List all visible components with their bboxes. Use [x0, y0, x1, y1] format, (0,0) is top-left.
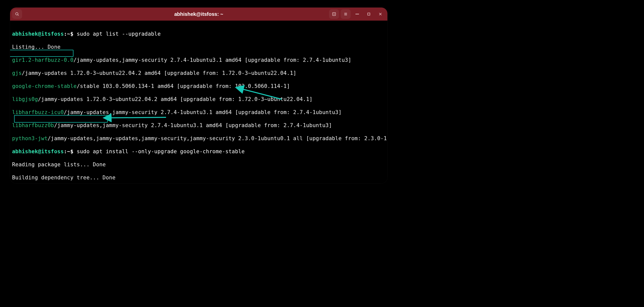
- pkg-rest: /jammy-updates 1.72.0-3~ubuntu22.04.2 am…: [38, 96, 313, 102]
- prompt-line-1: abhishek@itsfoss:~$ sudo apt list --upgr…: [12, 31, 385, 37]
- pkg-row: libgjs0g/jammy-updates 1.72.0-3~ubuntu22…: [12, 96, 385, 103]
- close-button[interactable]: [375, 9, 385, 19]
- pkg-row: python3-jwt/jammy-updates,jammy-updates,…: [12, 135, 385, 142]
- prompt-line-2: abhishek@itsfoss:~$ sudo apt install --o…: [12, 148, 385, 155]
- highlight-box-pkgname: [10, 50, 73, 57]
- maximize-button[interactable]: [364, 9, 374, 19]
- prompt-path: ~: [67, 31, 70, 37]
- close-icon: [378, 12, 383, 16]
- search-icon: [15, 12, 19, 16]
- prompt-dollar: $: [70, 31, 73, 37]
- output-line: Reading package lists... Done: [12, 161, 385, 168]
- maximize-icon: [367, 12, 371, 16]
- pkg-name: gir1.2-harfbuzz-0.0: [12, 57, 73, 63]
- svg-point-0: [16, 13, 18, 15]
- new-tab-button[interactable]: [329, 9, 339, 19]
- output-line: Building dependency tree... Done: [12, 174, 385, 181]
- pkg-rest: /jammy-updates,jammy-security 2.7.4-1ubu…: [54, 122, 332, 128]
- new-tab-icon: [332, 12, 336, 16]
- svg-line-1: [18, 15, 19, 16]
- prompt-sep: :: [64, 31, 67, 37]
- pkg-rest: /stable 103.0.5060.134-1 amd64 [upgradab…: [77, 83, 290, 89]
- pkg-rest: /jammy-updates,jammy-security 2.7.4-1ubu…: [73, 57, 351, 63]
- command-1: sudo apt list --upgradable: [77, 31, 161, 37]
- prompt-dollar: $: [70, 148, 73, 155]
- pkg-name-google-chrome: google-chrome-stable: [12, 83, 77, 89]
- minimize-icon: [355, 14, 359, 14]
- pkg-rest: /jammy-updates,jammy-updates,jammy-secur…: [48, 135, 387, 141]
- minimize-button[interactable]: [352, 9, 362, 19]
- pkg-row: gir1.2-harfbuzz-0.0/jammy-updates,jammy-…: [12, 57, 385, 63]
- pkg-row: libharfbuzz-icu0/jammy-updates,jammy-sec…: [12, 109, 385, 116]
- output-listing: Listing... Done: [12, 44, 385, 50]
- search-button[interactable]: [12, 9, 22, 19]
- svg-line-12: [111, 117, 166, 118]
- command-2: sudo apt install --only-upgrade google-c…: [77, 148, 245, 155]
- pkg-row: libharfbuzz0b/jammy-updates,jammy-securi…: [12, 122, 385, 129]
- svg-rect-8: [368, 13, 370, 15]
- pkg-rest: /jammy-updates 1.72.0-3~ubuntu22.04.2 am…: [22, 70, 297, 76]
- prompt-path: ~: [67, 148, 70, 155]
- pkg-name: python3-jwt: [12, 135, 48, 141]
- highlight-box-upgraded: [14, 115, 108, 123]
- hamburger-icon: [343, 12, 348, 16]
- terminal-window: abhishek@itsfoss: ~ abhishek@i: [10, 8, 387, 183]
- pkg-name: gjs: [12, 70, 22, 76]
- prompt-userhost: abhishek@itsfoss: [12, 31, 64, 37]
- pkg-row: gjs/jammy-updates 1.72.0-3~ubuntu22.04.2…: [12, 70, 385, 76]
- titlebar: abhishek@itsfoss: ~: [10, 8, 387, 21]
- pkg-row: google-chrome-stable/stable 103.0.5060.1…: [12, 83, 385, 89]
- pkg-name: libgjs0g: [12, 96, 38, 102]
- menu-button[interactable]: [341, 9, 351, 19]
- prompt-userhost: abhishek@itsfoss: [12, 148, 64, 155]
- pkg-name: libharfbuzz0b: [12, 122, 54, 128]
- pkg-rest: /jammy-updates,jammy-security 2.7.4-1ubu…: [64, 109, 342, 115]
- terminal-body[interactable]: abhishek@itsfoss:~$ sudo apt list --upgr…: [10, 21, 387, 183]
- pkg-name: libharfbuzz-icu0: [12, 109, 64, 115]
- prompt-sep: :: [64, 148, 67, 155]
